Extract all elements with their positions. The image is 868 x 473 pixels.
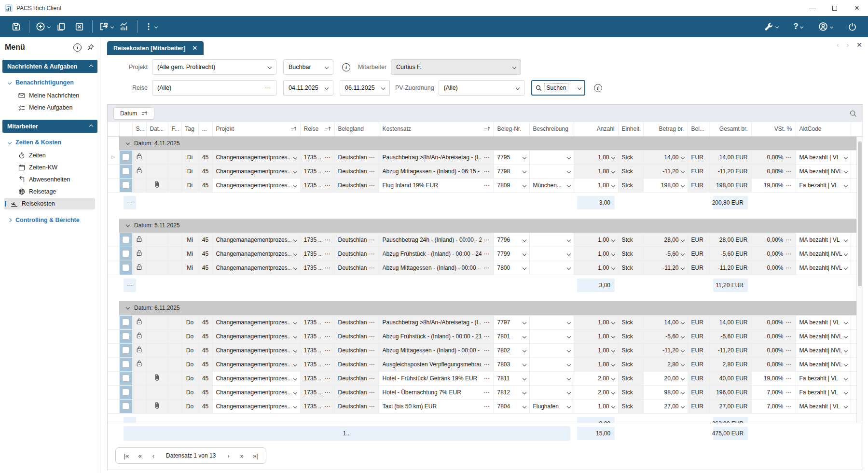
ellipsis-button[interactable]: ⋯ <box>325 250 331 257</box>
cell-kostensatz[interactable]: Taxi (bis 50 km) EUR⋯ <box>379 399 494 413</box>
cell-projekt[interactable]: Changemanagementprozes... <box>212 150 300 164</box>
chevron-down-icon[interactable] <box>611 348 615 352</box>
cell-vst[interactable]: 19,00%⋯ <box>751 371 796 385</box>
ellipsis-button[interactable]: ⋯ <box>484 319 490 326</box>
ellipsis-button[interactable]: ⋯ <box>369 403 375 410</box>
row-select-cell[interactable] <box>119 150 132 164</box>
ellipsis-button[interactable]: ⋯ <box>325 389 331 396</box>
row-checkbox[interactable] <box>122 347 129 354</box>
statistics-button[interactable] <box>116 18 132 35</box>
cell-betrag[interactable]: -11,20 <box>643 164 688 178</box>
ellipsis-button[interactable]: ⋯ <box>369 389 375 396</box>
table-row[interactable]: Do45Changemanagementprozes...1735 ...⋯De… <box>108 343 863 357</box>
group-row[interactable]: Datum: 5.11.2025 <box>108 219 863 233</box>
chevron-down-icon[interactable] <box>522 183 526 187</box>
table-row[interactable]: Mi45Changemanagementprozes...1735 ...⋯De… <box>108 261 863 275</box>
chevron-down-icon[interactable] <box>293 251 297 255</box>
ellipsis-button[interactable]: ⋯ <box>484 250 490 257</box>
cell-aktcode[interactable]: MA bezahlt | VL <box>796 150 851 164</box>
row-checkbox[interactable] <box>122 403 129 410</box>
cell-anzahl[interactable]: 1,00 <box>574 261 618 275</box>
row-checkbox[interactable] <box>122 319 129 326</box>
cell-anzahl[interactable]: 1,00 <box>574 150 618 164</box>
ellipsis-button[interactable]: ⋯ <box>484 236 490 243</box>
cell-kostensatz[interactable]: Pauschbetrag >8h/An-/Abreisetag - (I...⋯ <box>379 150 494 164</box>
chevron-down-icon[interactable] <box>566 348 570 352</box>
more-button[interactable] <box>143 18 158 35</box>
cell-aktcode[interactable]: MA bezahlt | VL <box>796 315 851 329</box>
column-header-beschreibung[interactable]: Beschreibung <box>529 122 574 136</box>
grid-search-button[interactable] <box>850 110 857 117</box>
chevron-down-icon[interactable] <box>293 237 297 241</box>
sidebar-group-zeiten-kosten[interactable]: Zeiten & Kosten <box>0 133 100 149</box>
chevron-down-icon[interactable] <box>843 348 847 352</box>
cell-aktcode[interactable]: MA bezahlt| NVL <box>796 329 851 343</box>
ellipsis-button[interactable]: ⋯ <box>786 333 792 340</box>
tab-strip-close-icon[interactable]: ✕ <box>856 41 862 49</box>
minimize-button[interactable]: — <box>801 0 824 16</box>
chevron-down-icon[interactable] <box>680 334 684 338</box>
cell-reise[interactable]: 1735 ...⋯ <box>300 329 334 343</box>
sidebar-item-abwesenheiten[interactable]: Abwesenheiten <box>14 174 95 185</box>
cell-beleg-nr[interactable]: 7803 <box>494 357 529 371</box>
chevron-down-icon[interactable] <box>293 348 297 352</box>
cell-vst[interactable]: 0,00%⋯ <box>751 329 796 343</box>
chevron-down-icon[interactable] <box>293 265 297 269</box>
cell-projekt[interactable]: Changemanagementprozes... <box>212 315 300 329</box>
power-button[interactable] <box>844 18 860 35</box>
column-header-reise[interactable]: Reise <box>300 122 334 136</box>
cell-anzahl[interactable]: 1,00 <box>574 178 618 192</box>
group-row[interactable]: Datum: 6.11.2025 <box>108 301 863 315</box>
column-header-fill[interactable] <box>851 122 863 136</box>
cell-aktcode[interactable]: Fa bezahlt | VL <box>796 371 851 385</box>
chevron-down-icon[interactable] <box>680 320 684 324</box>
cell-beschreibung[interactable] <box>529 233 574 247</box>
cell-beleg-nr[interactable]: 7800 <box>494 261 529 275</box>
cell-reise[interactable]: 1735 ...⋯ <box>300 371 334 385</box>
tab-scroll-left-icon[interactable]: ‹ <box>837 41 839 49</box>
cell-anzahl[interactable]: 1,00 <box>574 164 618 178</box>
chevron-down-icon[interactable] <box>566 404 570 408</box>
ellipsis-button[interactable]: ⋯ <box>786 250 792 257</box>
cell-beschreibung[interactable] <box>529 164 574 178</box>
ellipsis-button[interactable]: ⋯ <box>325 361 331 368</box>
cell-beleg-nr[interactable]: 7809 <box>494 178 529 192</box>
group-header[interactable]: Datum: 5.11.2025 <box>119 219 863 233</box>
table-row[interactable]: Do45Changemanagementprozes...1735 ...⋯De… <box>108 315 863 329</box>
chevron-down-icon[interactable] <box>843 251 847 255</box>
ellipsis-button[interactable]: ⋯ <box>786 361 792 368</box>
cell-belegland[interactable]: Deutschland⋯ <box>334 329 379 343</box>
chevron-down-icon[interactable] <box>611 334 615 338</box>
chevron-down-icon[interactable] <box>566 320 570 324</box>
cell-belegland[interactable]: Deutschland⋯ <box>334 233 379 247</box>
cell-anzahl[interactable]: 1,00 <box>574 329 618 343</box>
ellipsis-button[interactable]: ⋯ <box>325 403 331 410</box>
cell-beleg-nr[interactable]: 7804 <box>494 399 529 413</box>
sidebar-item-zeiten[interactable]: Zeiten <box>14 150 95 161</box>
chevron-down-icon[interactable] <box>566 251 570 255</box>
cell-beleg-nr[interactable]: 7797 <box>494 315 529 329</box>
cell-aktcode[interactable]: MA bezahlt| NVL <box>796 247 851 261</box>
chevron-down-icon[interactable] <box>293 390 297 394</box>
cell-vst[interactable]: 0,00%⋯ <box>751 150 796 164</box>
ellipsis-button[interactable]: ⋯ <box>484 347 490 354</box>
chevron-down-icon[interactable] <box>843 362 847 366</box>
delete-button[interactable] <box>71 18 87 35</box>
cell-beschreibung[interactable]: München... <box>529 178 574 192</box>
ellipsis-button[interactable]: ⋯ <box>786 236 792 243</box>
cell-belegland[interactable]: Deutschland⋯ <box>334 178 379 192</box>
cell-reise[interactable]: 1735 ...⋯ <box>300 233 334 247</box>
row-select-cell[interactable] <box>119 371 132 385</box>
cell-beschreibung[interactable] <box>529 385 574 399</box>
column-header-dots[interactable]: ... <box>198 122 212 136</box>
group-summary-more[interactable]: ⋯ <box>124 278 136 292</box>
cell-beschreibung[interactable] <box>529 261 574 275</box>
column-header-aktcode[interactable]: AktCode <box>796 122 851 136</box>
chevron-down-icon[interactable] <box>522 155 526 159</box>
cell-betrag[interactable]: 27,00 <box>643 399 688 413</box>
column-header-belegnr[interactable]: Beleg-Nr. <box>494 122 529 136</box>
fast-prev-button[interactable]: « <box>133 452 147 459</box>
cell-belegland[interactable]: Deutschland⋯ <box>334 385 379 399</box>
cell-vst[interactable]: 0,00%⋯ <box>751 164 796 178</box>
sidebar-section-mitarbeiter[interactable]: Mitarbeiter <box>2 120 97 133</box>
